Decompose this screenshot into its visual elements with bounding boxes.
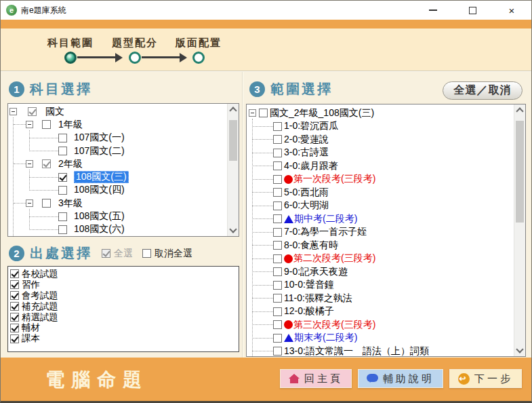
tree-node-label[interactable]: 期中考(二段考) — [294, 213, 357, 225]
tree-checkbox[interactable] — [273, 228, 282, 237]
scroll-up-icon[interactable] — [516, 107, 523, 115]
tree-checkbox[interactable] — [259, 109, 268, 117]
tree-checkbox[interactable] — [273, 267, 282, 276]
expand-toggle-icon[interactable] — [26, 121, 33, 128]
tree-checkbox[interactable] — [58, 173, 67, 182]
tree-checkbox[interactable] — [273, 122, 282, 131]
range-tree-row[interactable]: 第一次段考(三段考) — [247, 173, 514, 187]
expand-toggle-icon[interactable] — [9, 108, 17, 115]
range-tree-row[interactable]: 12-0:酸橘子 — [247, 305, 514, 319]
source-list-item[interactable]: 補充試題 — [8, 301, 239, 312]
subject-tree-row[interactable]: 1年級 — [8, 118, 227, 131]
subject-tree-row[interactable]: 國文 — [8, 105, 227, 118]
range-tree-row[interactable]: 期中考(二段考) — [247, 212, 514, 226]
tree-checkbox[interactable] — [273, 334, 282, 343]
range-tree-row[interactable]: 3-0:古詩選 — [247, 147, 514, 160]
range-tree-row[interactable]: 第二次段考(三段考) — [247, 252, 514, 266]
expand-toggle-icon[interactable] — [26, 199, 33, 207]
tree-checkbox[interactable] — [273, 188, 282, 197]
scroll-down-icon[interactable] — [516, 345, 523, 353]
select-all-checkbox[interactable] — [102, 249, 110, 258]
tree-checkbox[interactable] — [273, 161, 282, 170]
tree-checkbox[interactable] — [273, 135, 282, 144]
tree-node-label[interactable]: 國文_2年級_108國文(三) — [270, 107, 374, 119]
tree-node-label[interactable]: 7-0:為學一首示子姪 — [284, 226, 367, 238]
tree-node-label[interactable]: 12-0:酸橘子 — [284, 305, 334, 318]
range-tree-row[interactable]: 10-0:聲音鐘 — [247, 279, 514, 292]
tree-node-label[interactable]: 13-0:語文常識一 語法（上）詞類 — [284, 345, 429, 356]
expand-toggle-icon[interactable] — [26, 160, 33, 168]
home-button[interactable]: 回主頁 — [280, 369, 352, 388]
source-checkbox[interactable] — [10, 269, 19, 278]
subject-tree-row[interactable]: 108國文(三) — [8, 170, 227, 183]
select-all-group[interactable]: 全選 — [102, 248, 133, 260]
range-tree-scrollbar[interactable] — [514, 104, 525, 356]
source-list-item[interactable]: 會考試題 — [8, 290, 239, 301]
tree-checkbox[interactable] — [273, 281, 282, 290]
subject-tree-row[interactable]: 107國文(一) — [8, 132, 227, 145]
tree-node-label[interactable]: 1年級 — [58, 119, 83, 131]
source-checkbox[interactable] — [10, 280, 19, 289]
scroll-up-icon[interactable] — [229, 107, 237, 114]
tree-node-label[interactable]: 10-0:聲音鐘 — [284, 279, 334, 291]
subject-tree-row[interactable]: 107國文(二) — [8, 145, 227, 157]
source-list-item[interactable]: 各校試題 — [8, 269, 239, 280]
source-list-item[interactable]: 習作 — [8, 280, 239, 290]
range-tree-row[interactable]: 8-0:食蔥有時 — [247, 239, 514, 252]
range-tree-row[interactable]: 13-0:語文常識一 語法（上）詞類 — [247, 345, 514, 356]
tree-node-label[interactable]: 108國文(三) — [74, 171, 129, 183]
tree-checkbox[interactable] — [273, 254, 282, 263]
range-tree-row[interactable]: 5-0:西北雨 — [247, 186, 514, 199]
range-tree-row[interactable]: 2-0:愛蓮說 — [247, 133, 514, 147]
scroll-thumb[interactable] — [229, 120, 237, 161]
range-tree-row[interactable]: 4-0:歲月跟著 — [247, 159, 514, 173]
minimize-button[interactable] — [423, 2, 443, 18]
next-step-button[interactable]: 下一步 — [449, 369, 522, 388]
source-list-item[interactable]: 輔材 — [8, 322, 239, 333]
deselect-all-checkbox[interactable] — [142, 249, 151, 258]
source-checkbox[interactable] — [10, 291, 19, 300]
tree-checkbox[interactable] — [273, 294, 282, 303]
range-tree-row[interactable]: 國文_2年級_108國文(三) — [247, 107, 514, 120]
tree-checkbox[interactable] — [58, 147, 67, 155]
select-toggle-button[interactable]: 全選／取消 — [443, 81, 523, 100]
range-tree-row[interactable]: 期末考(二段考) — [247, 332, 514, 345]
help-button[interactable]: 輔助說明 — [358, 369, 443, 388]
tree-node-label[interactable]: 國文 — [45, 106, 64, 118]
subject-tree-row[interactable]: 2年級 — [8, 157, 227, 170]
maximize-button[interactable] — [462, 2, 483, 18]
scroll-down-icon[interactable] — [229, 225, 237, 233]
tree-node-label[interactable]: 8-0:食蔥有時 — [284, 239, 338, 252]
deselect-all-group[interactable]: 取消全選 — [142, 248, 192, 260]
tree-node-label[interactable]: 108國文(五) — [74, 210, 125, 223]
range-tree-row[interactable]: 第三次段考(三段考) — [247, 318, 514, 332]
source-checkbox[interactable] — [10, 302, 19, 311]
tree-node-label[interactable]: 3年級 — [58, 197, 83, 210]
tree-node-label[interactable]: 4-0:歲月跟著 — [284, 160, 338, 172]
tree-checkbox[interactable] — [58, 212, 67, 221]
tree-checkbox[interactable] — [58, 186, 67, 195]
tree-node-label[interactable]: 6-0:大明湖 — [284, 199, 329, 212]
range-tree-row[interactable]: 6-0:大明湖 — [247, 199, 514, 213]
range-tree-row[interactable]: 11-0:張釋之執法 — [247, 292, 514, 305]
tree-checkbox[interactable] — [28, 107, 37, 116]
tree-node-label[interactable]: 2-0:愛蓮說 — [284, 134, 329, 146]
scroll-thumb[interactable] — [516, 121, 524, 223]
tree-node-label[interactable]: 2年級 — [58, 158, 83, 170]
tree-checkbox[interactable] — [273, 175, 282, 184]
tree-checkbox[interactable] — [42, 199, 51, 208]
range-tree-row[interactable]: 9-0:記承天夜遊 — [247, 265, 514, 279]
tree-node-label[interactable]: 5-0:西北雨 — [284, 187, 329, 199]
close-button[interactable]: × — [502, 2, 522, 18]
source-checkbox[interactable] — [10, 334, 19, 343]
tree-node-label[interactable]: 107國文(二) — [74, 145, 125, 157]
tree-checkbox[interactable] — [273, 307, 282, 316]
tree-node-label[interactable]: 9-0:記承天夜遊 — [284, 266, 348, 278]
source-checkbox[interactable] — [10, 324, 19, 332]
tree-checkbox[interactable] — [58, 134, 67, 142]
tree-node-label[interactable]: 108國文(六) — [74, 223, 125, 235]
range-tree-row[interactable]: 7-0:為學一首示子姪 — [247, 226, 514, 239]
tree-checkbox[interactable] — [273, 320, 282, 329]
tree-node-label[interactable]: 1-0:碧沉西瓜 — [284, 120, 338, 132]
tree-checkbox[interactable] — [273, 214, 282, 223]
